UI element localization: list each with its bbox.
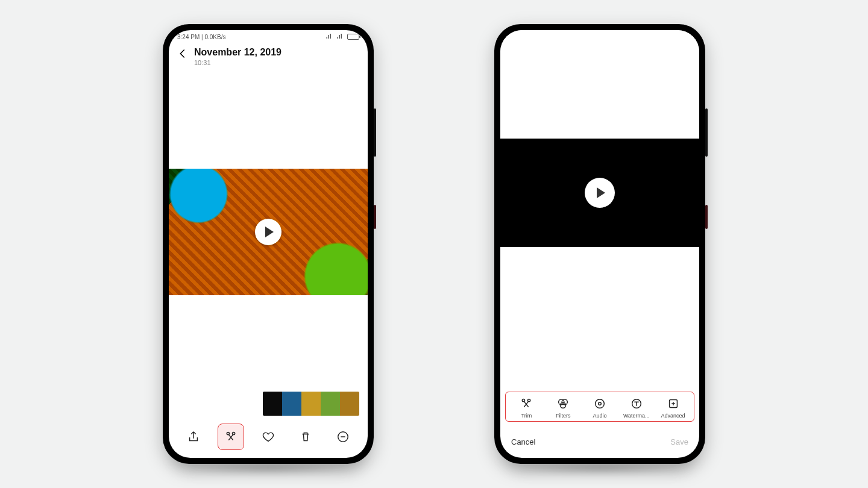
svg-point-8 <box>596 399 605 408</box>
edit-button[interactable] <box>218 424 244 450</box>
header-date: November 12, 2019 <box>194 47 281 58</box>
svg-point-6 <box>562 399 567 405</box>
favorite-button[interactable] <box>255 424 281 450</box>
bottom-action-bar <box>169 419 368 458</box>
phone-side-button <box>705 205 708 229</box>
tool-trim-label: Trim <box>508 413 545 419</box>
status-bar: 3:24 PM | 0.0KB/s <box>169 30 368 43</box>
more-button[interactable] <box>330 424 356 450</box>
tool-trim[interactable]: Trim <box>508 397 545 419</box>
signal-icon <box>336 33 344 41</box>
editor-top-spacer <box>500 30 699 139</box>
cancel-button[interactable]: Cancel <box>511 437 535 446</box>
phone-video-editor: Trim Filters Audio Waterma... Advanced <box>494 24 705 464</box>
phone-side-button <box>374 108 376 157</box>
tool-watermark[interactable]: Waterma... <box>618 397 655 419</box>
tool-audio-label: Audio <box>582 413 618 419</box>
editor-toolbar-highlight: Trim Filters Audio Waterma... Advanced <box>505 392 694 422</box>
header-time: 10:31 <box>194 59 281 66</box>
tool-filters-label: Filters <box>545 413 582 419</box>
tool-advanced[interactable]: Advanced <box>655 397 691 419</box>
tool-audio[interactable]: Audio <box>582 397 618 419</box>
tool-advanced-label: Advanced <box>655 413 691 419</box>
header: November 12, 2019 10:31 <box>169 43 368 72</box>
delete-button[interactable] <box>292 424 319 450</box>
play-icon[interactable] <box>255 219 281 245</box>
video-preview-area[interactable] <box>169 72 368 392</box>
phone-side-button <box>705 108 708 157</box>
svg-point-9 <box>599 402 602 405</box>
play-icon[interactable] <box>585 178 615 208</box>
editor-toolbar: Trim Filters Audio Waterma... Advanced <box>508 397 691 419</box>
save-button[interactable]: Save <box>670 437 688 446</box>
battery-icon <box>347 34 359 40</box>
status-time-net: 3:24 PM | 0.0KB/s <box>177 34 225 40</box>
tool-watermark-label: Waterma... <box>618 413 655 419</box>
thumbnail-strip[interactable] <box>169 392 368 419</box>
thumbnail-strip-preview <box>263 392 359 416</box>
share-button[interactable] <box>180 424 207 450</box>
tool-filters[interactable]: Filters <box>545 397 582 419</box>
phone-side-button <box>374 205 376 229</box>
editor-mid-spacer <box>500 247 699 392</box>
signal-icon <box>326 33 333 41</box>
editor-video-preview[interactable] <box>500 139 699 247</box>
back-button[interactable] <box>177 48 188 63</box>
phone-gallery-viewer: 3:24 PM | 0.0KB/s November 12, 2019 10:3… <box>163 24 374 464</box>
video-thumbnail <box>169 169 368 295</box>
editor-confirm-row: Cancel Save <box>500 427 699 458</box>
svg-point-7 <box>561 402 566 408</box>
